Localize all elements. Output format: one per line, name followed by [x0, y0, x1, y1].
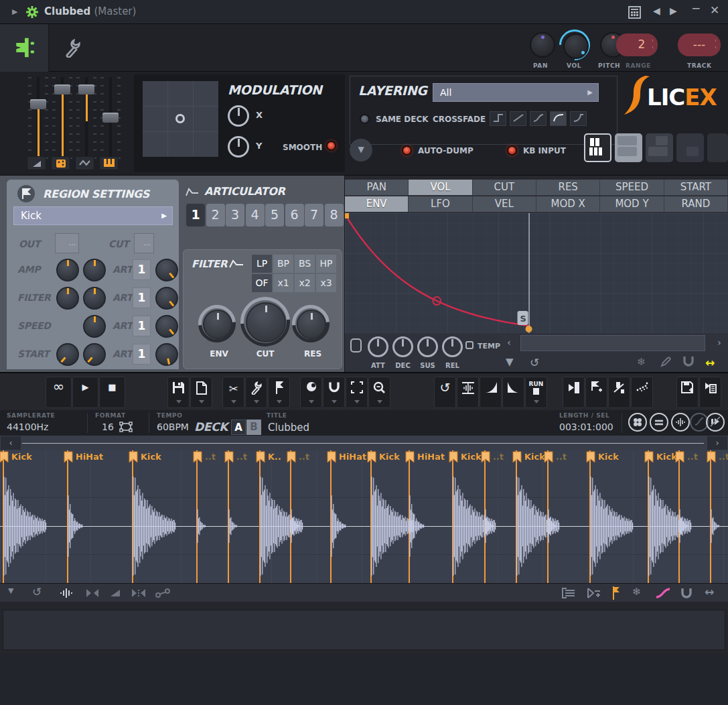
env-target-tab-speed[interactable]: SPEED [600, 180, 664, 196]
env-source-tab-mod-x[interactable]: MOD X [536, 196, 600, 212]
amp-art-knob[interactable] [155, 259, 178, 281]
env-source-tab-mod-y[interactable]: MOD Y [600, 196, 664, 212]
save-sample-button[interactable] [676, 377, 699, 408]
modulation-xy-pad[interactable] [143, 81, 218, 157]
wave-magnet-icon[interactable] [680, 588, 693, 598]
articulator-slot-2[interactable]: 2 [206, 204, 225, 227]
wave-refresh-icon[interactable]: ↺ [32, 585, 42, 598]
vol-knob[interactable] [563, 34, 589, 59]
pan-knob[interactable] [530, 32, 555, 58]
run-script-button[interactable]: RUN [525, 377, 547, 408]
speed-knob-2[interactable] [83, 315, 106, 338]
slider-handle[interactable] [54, 84, 70, 94]
mod-y-knob[interactable] [228, 136, 249, 157]
slider-handle[interactable] [78, 84, 94, 94]
articulator-slot-6[interactable]: 6 [285, 204, 304, 227]
start-art-knob[interactable] [155, 343, 178, 366]
scroll-left-button[interactable]: ‹ [500, 335, 518, 351]
crossfade-scurve-button[interactable] [530, 111, 547, 126]
filter-type-lp[interactable]: LP [252, 255, 272, 273]
wave-zap-icon[interactable] [59, 588, 74, 598]
cut-tool-button[interactable]: ✂ [222, 377, 244, 408]
waveform-view-button[interactable] [671, 413, 690, 432]
env-target-tab-vol[interactable]: VOL [409, 180, 472, 196]
overview-scroll-right-icon[interactable]: › [707, 436, 727, 450]
filter-art-slot-box[interactable]: 1 [133, 287, 151, 308]
overview-strip[interactable]: ‹ › [0, 436, 728, 450]
env-source-tab-env[interactable]: ENV [345, 196, 409, 212]
scroll-thumb[interactable] [520, 335, 705, 351]
wave-freeze-icon[interactable]: ❄ [632, 586, 641, 598]
articulator-slot-1[interactable]: 1 [186, 204, 205, 227]
gain-ramp-icon[interactable] [110, 589, 121, 597]
start-knob-1[interactable] [56, 343, 79, 366]
env-source-tab-lfo[interactable]: LFO [409, 196, 472, 212]
kb-input-led[interactable] [507, 145, 517, 155]
freeze-icon[interactable]: ❄ [637, 356, 646, 368]
articulator-slot-8[interactable]: 8 [325, 204, 344, 227]
filter-type-bp[interactable]: BP [273, 255, 293, 273]
adsr-rel-knob[interactable] [442, 336, 463, 357]
slider-handle[interactable] [30, 99, 46, 109]
start-art-slot-box[interactable]: 1 [133, 344, 151, 365]
xy-pad-point[interactable] [175, 114, 185, 123]
regions-flag-button[interactable] [268, 377, 290, 408]
track-down-icon[interactable]: ‹ [715, 45, 717, 50]
wrench-icon[interactable] [64, 39, 82, 58]
adsr-sus-knob[interactable] [417, 336, 438, 357]
filter-art-knob[interactable] [155, 287, 178, 310]
env-target-tab-start[interactable]: START [664, 180, 728, 196]
filter-type-bs[interactable]: BS [295, 255, 315, 273]
slice-list-add-icon[interactable] [587, 588, 601, 598]
pencil-icon[interactable] [660, 356, 672, 368]
ramp-mode-button[interactable] [27, 156, 46, 170]
detach-grid-icon[interactable] [628, 6, 641, 19]
articulator-slot-7[interactable]: 7 [305, 204, 323, 227]
sample-properties-button[interactable] [699, 377, 721, 408]
start-knob-2[interactable] [83, 343, 106, 366]
mod-x-knob[interactable] [228, 105, 249, 127]
crossfade-linear-button[interactable] [510, 111, 526, 126]
level-slider-2[interactable] [54, 77, 71, 161]
amp-knob-1[interactable] [56, 259, 79, 281]
overview-scroll-left-icon[interactable]: ‹ [1, 436, 21, 450]
fade-in-button[interactable] [480, 377, 502, 408]
slider-handle[interactable] [102, 113, 119, 123]
trim-selection-icon[interactable] [131, 588, 146, 598]
stop-button[interactable]: ■ [99, 377, 125, 408]
articulator-slot-5[interactable]: 5 [265, 204, 284, 227]
equalize-button[interactable] [650, 413, 668, 432]
envelope-toggle[interactable] [350, 338, 362, 352]
reverse-button[interactable]: ↺ [434, 377, 456, 408]
link-icon[interactable] [155, 588, 170, 598]
minimize-icon[interactable]: − [691, 1, 701, 15]
adsr-dec-knob[interactable] [392, 336, 413, 357]
same-deck-led[interactable] [360, 114, 370, 124]
filter-knob-1[interactable] [56, 287, 79, 310]
view-editor-button[interactable] [676, 133, 704, 162]
overview-waveform[interactable] [22, 436, 704, 450]
env-target-tab-cut[interactable]: CUT [473, 180, 536, 196]
options-dropdown-button[interactable]: ▼ [350, 139, 372, 162]
reel-mode-button[interactable] [628, 413, 647, 432]
wave-menu-dropdown-icon[interactable]: ▼ [8, 586, 13, 595]
resonance-knob[interactable] [297, 310, 326, 339]
articulator-slot-3[interactable]: 3 [226, 204, 244, 227]
cutoff-knob[interactable] [246, 302, 286, 342]
crossfade-step-button[interactable] [490, 111, 506, 126]
close-icon[interactable]: ✕ [710, 3, 719, 17]
level-slider-4[interactable] [102, 77, 119, 161]
zoom-selection-icon[interactable] [86, 588, 99, 598]
slice-play-button[interactable] [563, 377, 585, 408]
env-refresh-icon[interactable]: ↺ [530, 356, 539, 369]
adsr-att-knob[interactable] [368, 336, 388, 357]
env-magnet-icon[interactable] [682, 356, 695, 367]
envelope-editor[interactable] [345, 213, 728, 333]
keyboard-mode-button[interactable] [99, 156, 119, 170]
normalize-button[interactable] [457, 377, 479, 408]
declick-button[interactable] [631, 377, 653, 408]
view-eye-button[interactable] [300, 377, 322, 408]
articulator-slot-4[interactable]: 4 [246, 204, 265, 227]
add-slice-button[interactable] [585, 377, 607, 408]
amp-art-slot-box[interactable]: 1 [133, 259, 151, 280]
